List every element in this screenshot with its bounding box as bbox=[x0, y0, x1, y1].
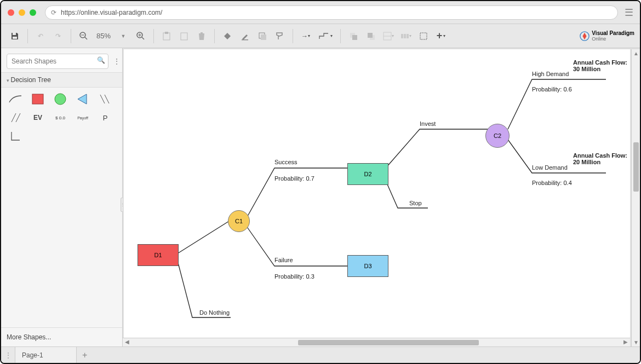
label-prob-high: Probability: 0.6 bbox=[532, 86, 572, 93]
svg-rect-12 bbox=[242, 39, 248, 41]
label-prob-failure: Probability: 0.3 bbox=[274, 273, 314, 280]
shape-payoff[interactable]: Payoff bbox=[75, 112, 90, 124]
brand-logo: Visual ParadigmOnline bbox=[580, 31, 634, 42]
shadow-button[interactable] bbox=[254, 28, 271, 44]
search-input[interactable] bbox=[7, 54, 108, 69]
select-all-button[interactable] bbox=[415, 28, 432, 44]
titlebar: ⟳ https://online.visual-paradigm.com/ ☰ bbox=[1, 1, 640, 24]
distribute-button[interactable]: ▾ bbox=[398, 28, 414, 44]
label-do-nothing: Do Nothing bbox=[199, 309, 230, 316]
shape-lines1[interactable] bbox=[8, 112, 23, 124]
pages-menu-icon[interactable]: ⋮ bbox=[1, 347, 15, 363]
paste-button[interactable] bbox=[158, 28, 175, 44]
zoom-value[interactable]: 85% bbox=[93, 32, 114, 40]
svg-line-32 bbox=[176, 221, 229, 255]
url-text: https://online.visual-paradigm.com/ bbox=[61, 9, 162, 16]
maximize-window[interactable] bbox=[30, 9, 36, 16]
canvas-wrap: D1 C1 D2 D3 C2 Success Probability: 0.7 … bbox=[123, 48, 640, 346]
minimize-window[interactable] bbox=[19, 9, 25, 16]
url-bar[interactable]: ⟳ https://online.visual-paradigm.com/ bbox=[45, 5, 618, 20]
svg-rect-24 bbox=[420, 33, 427, 39]
delete-button[interactable] bbox=[193, 28, 210, 44]
save-button[interactable] bbox=[7, 28, 23, 44]
align-button[interactable]: ▾ bbox=[380, 28, 397, 44]
shape-axes[interactable] bbox=[8, 130, 23, 142]
search-icon[interactable]: 🔍 bbox=[97, 56, 105, 64]
scroll-up-icon[interactable]: ▲ bbox=[633, 50, 639, 56]
h-scroll-thumb[interactable] bbox=[298, 340, 479, 345]
node-d2[interactable]: D2 bbox=[347, 163, 388, 185]
zoom-in-button[interactable] bbox=[133, 28, 149, 44]
add-button[interactable]: +▾ bbox=[433, 28, 449, 44]
tab-page-1[interactable]: Page-1 bbox=[15, 347, 77, 363]
shape-lines2[interactable] bbox=[98, 93, 113, 105]
logo-icon bbox=[580, 31, 590, 41]
horizontal-scrollbar[interactable]: ◀ ▶ bbox=[123, 338, 630, 346]
node-d3[interactable]: D3 bbox=[347, 255, 388, 277]
label-prob-low: Probability: 0.4 bbox=[532, 180, 572, 186]
redo-button[interactable]: ↷ bbox=[50, 28, 66, 44]
more-shapes-button[interactable]: More Shapes... bbox=[1, 327, 122, 346]
svg-rect-23 bbox=[407, 34, 409, 38]
node-d1[interactable]: D1 bbox=[138, 244, 179, 266]
svg-line-3 bbox=[85, 37, 87, 39]
svg-rect-16 bbox=[352, 35, 357, 40]
refresh-icon[interactable]: ⟳ bbox=[51, 9, 56, 16]
svg-line-31 bbox=[105, 95, 109, 103]
shape-decision[interactable] bbox=[30, 93, 45, 105]
close-window[interactable] bbox=[8, 9, 14, 16]
to-back-button[interactable] bbox=[363, 28, 379, 44]
node-c2[interactable]: C2 bbox=[485, 124, 510, 148]
zoom-out-button[interactable] bbox=[76, 28, 92, 44]
svg-point-27 bbox=[55, 94, 66, 105]
svg-line-30 bbox=[100, 95, 105, 103]
vertical-scrollbar[interactable]: ▲ ▼ bbox=[631, 49, 640, 346]
svg-rect-18 bbox=[368, 33, 373, 38]
window-controls bbox=[8, 9, 36, 16]
svg-rect-11 bbox=[181, 33, 187, 40]
shape-p[interactable]: P bbox=[98, 112, 113, 124]
svg-rect-10 bbox=[165, 32, 168, 34]
undo-button[interactable]: ↶ bbox=[32, 28, 49, 44]
connector-style-button[interactable]: ▾ bbox=[315, 28, 336, 44]
label-cash-low: Annual Cash Flow: 20 Million bbox=[573, 152, 628, 165]
v-scroll-thumb[interactable] bbox=[633, 142, 639, 192]
menu-icon[interactable]: ☰ bbox=[625, 7, 633, 19]
palette-header[interactable]: Decision Tree bbox=[1, 72, 122, 88]
node-c1[interactable]: C1 bbox=[228, 210, 250, 232]
copy-button[interactable] bbox=[176, 28, 192, 44]
label-invest: Invest bbox=[420, 120, 436, 127]
shape-ev[interactable]: EV bbox=[30, 112, 45, 124]
line-color-button[interactable] bbox=[237, 28, 253, 44]
shape-palette: EV $ 0.0 Payoff P bbox=[1, 88, 122, 148]
shape-branch[interactable] bbox=[8, 93, 23, 105]
toolbar: ↶ ↷ 85% ▼ → ▾ ▾ ▾ ▾ +▾ Visual ParadigmOn… bbox=[1, 24, 640, 48]
label-low: Low Demand bbox=[532, 164, 568, 171]
brand-line2: Online bbox=[592, 36, 606, 42]
fill-button[interactable] bbox=[219, 28, 236, 44]
label-failure: Failure bbox=[274, 257, 293, 263]
scroll-left-icon[interactable]: ◀ bbox=[125, 339, 129, 345]
svg-rect-0 bbox=[13, 33, 16, 35]
svg-line-6 bbox=[142, 37, 144, 39]
label-success: Success bbox=[274, 159, 297, 165]
zoom-dropdown[interactable]: ▼ bbox=[115, 28, 131, 44]
format-button[interactable] bbox=[272, 28, 288, 44]
svg-rect-22 bbox=[404, 34, 406, 38]
sidebar-options-icon[interactable]: ⋮ bbox=[112, 57, 122, 66]
connector-end-button[interactable]: → ▾ bbox=[297, 28, 314, 44]
label-high: High Demand bbox=[532, 71, 569, 77]
canvas[interactable]: D1 C1 D2 D3 C2 Success Probability: 0.7 … bbox=[124, 49, 630, 338]
scroll-right-icon[interactable]: ▶ bbox=[623, 339, 628, 345]
to-front-button[interactable] bbox=[345, 28, 362, 44]
shape-end[interactable] bbox=[75, 93, 90, 105]
shape-price[interactable]: $ 0.0 bbox=[53, 112, 68, 124]
svg-rect-1 bbox=[13, 37, 17, 39]
add-page-button[interactable]: + bbox=[77, 347, 93, 363]
shape-chance[interactable] bbox=[53, 93, 68, 105]
brand-line1: Visual Paradigm bbox=[592, 31, 634, 36]
scroll-down-icon[interactable]: ▼ bbox=[633, 339, 639, 345]
label-stop: Stop bbox=[409, 200, 422, 206]
svg-rect-21 bbox=[401, 34, 403, 38]
svg-line-29 bbox=[16, 113, 20, 122]
